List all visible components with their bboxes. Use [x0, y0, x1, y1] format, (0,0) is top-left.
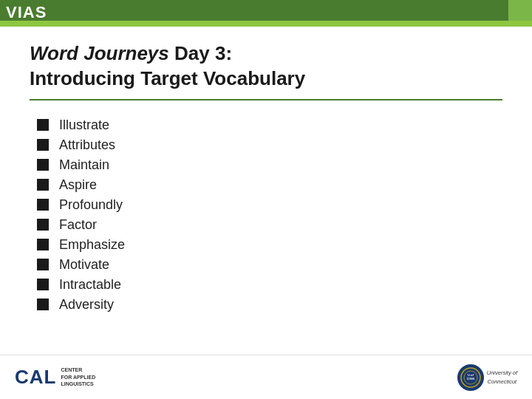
svg-text:CONN: CONN [467, 378, 475, 381]
bullet-icon [37, 139, 49, 151]
accent-bar [0, 21, 532, 27]
uconn-logo: U of CONN University ofConnecticut [457, 364, 517, 391]
vocab-item-label: Factor [59, 217, 97, 233]
vocab-item-label: Attributes [59, 137, 115, 153]
list-item: Emphasize [37, 235, 502, 255]
list-item: Adversity [37, 295, 502, 315]
bullet-icon [37, 299, 49, 310]
top-bar: VIAS [0, 0, 532, 21]
list-item: Attributes [37, 135, 502, 155]
list-item: Illustrate [37, 115, 502, 135]
vocab-item-label: Maintain [59, 157, 109, 173]
vocab-item-label: Profoundly [59, 197, 123, 213]
list-item: Maintain [37, 155, 502, 175]
bullet-icon [37, 219, 49, 231]
bullet-icon [37, 239, 49, 250]
list-item: Aspire [37, 175, 502, 195]
cal-text-small: CENTERFOR APPLIEDLINGUISTICS [61, 366, 95, 388]
bullet-icon [37, 259, 49, 270]
vias-logo: VIAS [6, 3, 47, 22]
bullet-icon [37, 119, 49, 131]
vocab-item-label: Emphasize [59, 237, 125, 253]
bullet-icon [37, 199, 49, 211]
title-rest: Day 3: [169, 42, 232, 64]
vocab-item-label: Motivate [59, 257, 109, 273]
cal-logo: CAL CENTERFOR APPLIEDLINGUISTICS [15, 366, 95, 389]
uconn-seal: U of CONN [457, 364, 484, 391]
vocab-item-label: Intractable [59, 277, 121, 293]
title-italic: Word Journeys [30, 42, 169, 64]
list-item: Profoundly [37, 195, 502, 215]
uconn-text: University ofConnecticut [487, 369, 517, 386]
top-bar-accent [508, 0, 532, 21]
vocab-list: IllustrateAttributesMaintainAspireProfou… [30, 115, 502, 315]
list-item: Intractable [37, 275, 502, 295]
main-content: Word Journeys Day 3: Introducing Target … [0, 27, 532, 355]
vocab-item-label: Aspire [59, 177, 97, 193]
cal-text-big: CAL [15, 366, 56, 389]
footer: CAL CENTERFOR APPLIEDLINGUISTICS U of CO… [0, 355, 532, 399]
bullet-icon [37, 159, 49, 171]
bullet-icon [37, 279, 49, 290]
vocab-item-label: Illustrate [59, 117, 109, 133]
list-item: Motivate [37, 255, 502, 275]
bullet-icon [37, 179, 49, 191]
list-item: Factor [37, 215, 502, 235]
title-line2: Introducing Target Vocabulary [30, 67, 305, 89]
title-section: Word Journeys Day 3: Introducing Target … [30, 41, 502, 100]
svg-text:U of: U of [468, 373, 474, 377]
vocab-item-label: Adversity [59, 297, 114, 313]
slide-title: Word Journeys Day 3: Introducing Target … [30, 41, 502, 92]
